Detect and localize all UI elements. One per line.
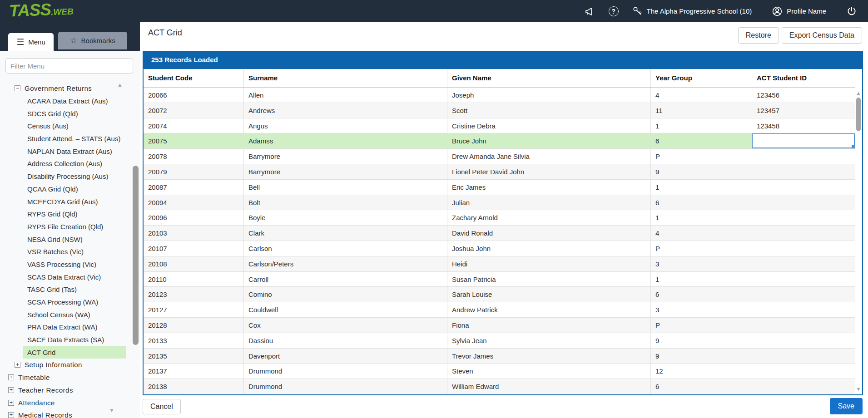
sidebar-item-census-aus[interactable]: Census (Aus): [0, 120, 140, 133]
cell-act-student-id[interactable]: [752, 180, 855, 195]
sidebar-item-tasc-grid-tas[interactable]: TASC Grid (Tas): [0, 283, 140, 296]
cancel-button[interactable]: Cancel: [143, 399, 181, 414]
collapse-box-icon[interactable]: −: [15, 85, 20, 91]
column-header-given-name[interactable]: Given Name: [447, 69, 651, 87]
table-scroll-up-icon[interactable]: ▲: [855, 90, 862, 96]
sidebar-item-act-grid[interactable]: ACT Grid: [23, 346, 126, 359]
cell-act-student-id[interactable]: [752, 226, 855, 241]
cell-act-student-id[interactable]: [752, 272, 855, 287]
sidebar-item-scsa-processing-wa[interactable]: SCSA Processing (WA): [0, 296, 140, 309]
sidebar-item-sdcs-grid-qld[interactable]: SDCS Grid (Qld): [0, 107, 140, 120]
announcements-icon[interactable]: [584, 6, 595, 17]
sidebar-item-nesa-grid-nsw[interactable]: NESA Grid (NSW): [0, 233, 140, 246]
sidebar-item-label: ACARA Data Extract (Aus): [27, 97, 108, 105]
profile-menu[interactable]: Profile Name: [772, 6, 826, 17]
cell-year-group: 9: [651, 164, 752, 179]
cell-code: 20079: [144, 164, 244, 179]
save-button[interactable]: Save: [830, 398, 863, 414]
expand-box-icon[interactable]: +: [8, 387, 14, 393]
tab-bookmarks[interactable]: ☆ Bookmarks: [58, 32, 127, 49]
sidebar-scrollbar-thumb[interactable]: [133, 166, 139, 345]
sidebar-item-label: SCAS Data Extract (Vic): [27, 273, 101, 281]
cell-given-name: Scott: [447, 103, 651, 118]
cell-act-student-id[interactable]: [752, 133, 855, 148]
sidebar-item-timetable[interactable]: +Timetable: [0, 371, 140, 384]
export-census-data-button[interactable]: Export Census Data: [782, 27, 862, 44]
cell-act-student-id[interactable]: [752, 256, 855, 271]
table-scroll-down-icon[interactable]: ▼: [855, 386, 862, 392]
sidebar-item-address-collection-aus[interactable]: Address Collection (Aus): [0, 157, 140, 170]
table-scrollbar-thumb[interactable]: [856, 98, 861, 131]
sidebar-item-ryps-grid-qld[interactable]: RYPS Grid (Qld): [0, 208, 140, 221]
sidebar-item-setup-information[interactable]: +Setup Information: [0, 359, 140, 371]
cell-act-student-id[interactable]: 123457: [752, 103, 855, 118]
cell-code: 20066: [144, 88, 244, 103]
help-icon[interactable]: ?: [609, 6, 619, 16]
sidebar-item-pra-data-extract-wa[interactable]: PRA Data Extract (WA): [0, 321, 140, 334]
sidebar-item-vsr-batches-vic[interactable]: VSR Batches (Vic): [0, 246, 140, 258]
sidebar-item-disability-processing-aus[interactable]: Disability Processing (Aus): [0, 170, 140, 183]
sidebar-item-student-attend-stats-aus[interactable]: Student Attend. – STATS (Aus): [0, 133, 140, 145]
hamburger-icon: ☰: [16, 38, 24, 46]
sidebar-item-naplan-data-extract-aus[interactable]: NAPLAN Data Extract (Aus): [0, 145, 140, 157]
filter-menu-input[interactable]: [5, 58, 133, 74]
cell-fill-handle[interactable]: [852, 145, 855, 148]
cell-act-student-id[interactable]: [752, 333, 855, 348]
sidebar-item-vass-processing-vic[interactable]: VASS Processing (Vic): [0, 258, 140, 271]
cell-given-name: Joshua John: [447, 241, 651, 256]
cell-act-student-id[interactable]: [752, 302, 855, 317]
cell-act-student-id[interactable]: [752, 195, 855, 210]
current-school[interactable]: The Alpha Progressive School (10): [632, 6, 752, 16]
restore-button[interactable]: Restore: [738, 27, 779, 44]
sidebar-item-mceecdya-grid-aus[interactable]: MCEECDYA Grid (Aus): [0, 195, 140, 208]
expand-box-icon[interactable]: +: [8, 412, 14, 418]
school-name: The Alpha Progressive School (10): [647, 7, 752, 15]
expand-box-icon[interactable]: +: [8, 400, 14, 406]
table-row: 20075AdamssBruce John6: [144, 133, 855, 149]
logout-power-icon[interactable]: [846, 6, 857, 17]
sidebar-item-acara-data-extract-aus[interactable]: ACARA Data Extract (Aus): [0, 95, 140, 108]
sidebar-item-scas-data-extract-vic[interactable]: SCAS Data Extract (Vic): [0, 270, 140, 283]
cell-surname: Carlson: [244, 241, 447, 256]
sidebar-item-school-census-wa[interactable]: School Census (WA): [0, 308, 140, 321]
cell-act-student-id[interactable]: [752, 379, 855, 394]
cell-act-student-id[interactable]: 123456: [752, 88, 855, 103]
cell-act-student-id[interactable]: 123458: [752, 118, 855, 133]
cell-act-student-id[interactable]: [752, 287, 855, 302]
cell-act-student-id[interactable]: [752, 149, 855, 164]
expand-box-icon[interactable]: +: [8, 374, 14, 380]
tass-web-logo[interactable]: TASS.WEB: [9, 0, 74, 20]
cell-act-student-id[interactable]: [752, 349, 855, 364]
cell-act-student-id[interactable]: [752, 241, 855, 256]
sidebar-scroll-up-icon[interactable]: ▲: [117, 82, 123, 88]
expand-box-icon[interactable]: +: [15, 362, 20, 368]
sidebar-scroll-down-icon[interactable]: ▼: [109, 407, 114, 413]
act-student-id-input[interactable]: [752, 133, 855, 148]
cell-year-group: 9: [651, 349, 752, 364]
sidebar-item-attendance[interactable]: +Attendance: [0, 396, 140, 409]
cell-given-name: Drew Amanda Jane Silvia: [447, 149, 651, 164]
cell-surname: Carroll: [244, 272, 447, 287]
cell-act-student-id[interactable]: [752, 210, 855, 225]
cell-act-student-id[interactable]: [752, 164, 855, 179]
tab-menu[interactable]: ☰ Menu: [8, 33, 54, 51]
cell-act-student-id[interactable]: [752, 364, 855, 379]
sidebar-item-ryps-file-creation-qld[interactable]: RYPS File Creation (Qld): [0, 221, 140, 233]
sidebar-item-medical-records[interactable]: +Medical Records: [0, 409, 140, 418]
cell-code: 20078: [144, 149, 244, 164]
sidebar-item-sace-data-extracts-sa[interactable]: SACE Data Extracts (SA): [0, 334, 140, 346]
cell-surname: Barrymore: [244, 149, 447, 164]
main-content: ACT Grid Restore Export Census Data 253 …: [140, 22, 868, 418]
column-header-year-group[interactable]: Year Group: [651, 69, 752, 87]
column-header-surname[interactable]: Surname: [244, 69, 447, 87]
sidebar-item-teacher-records[interactable]: +Teacher Records: [0, 384, 140, 397]
cell-code: 20094: [144, 195, 244, 210]
cell-act-student-id[interactable]: [752, 318, 855, 333]
grid-rows: 20066AllenJoseph412345620072AndrewsScott…: [144, 88, 855, 394]
sidebar-item-label: Timetable: [18, 374, 50, 381]
table-scrollbar[interactable]: ▲ ▼: [855, 88, 862, 393]
cell-year-group: 9: [651, 333, 752, 348]
column-header-student-code[interactable]: Student Code: [144, 69, 244, 87]
column-header-act-student-id[interactable]: ACT Student ID: [752, 69, 855, 87]
sidebar-item-qcaa-grid-qld[interactable]: QCAA Grid (Qld): [0, 183, 140, 196]
